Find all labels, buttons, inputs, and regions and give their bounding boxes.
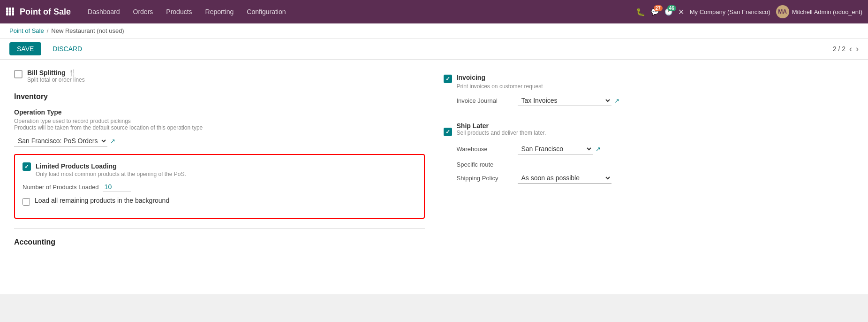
nav-reporting[interactable]: Reporting <box>200 5 240 18</box>
operation-type-block: Operation Type Operation type used to re… <box>14 108 425 146</box>
breadcrumb: Point of Sale / New Restaurant (not used… <box>0 23 868 38</box>
bug-icon[interactable]: 🐛 <box>636 8 645 16</box>
shipping-policy-select[interactable]: As soon as possible <box>518 173 611 184</box>
warehouse-label: Warehouse <box>457 144 513 153</box>
operation-type-label: Operation Type <box>14 108 425 116</box>
shipping-policy-row: Shipping Policy As soon as possible <box>457 173 854 184</box>
operation-type-select-row: San Francisco: PoS Orders ↗ <box>14 136 425 146</box>
limited-products-label: Limited Products Loading <box>36 162 186 170</box>
operation-type-desc2: Products will be taken from the default … <box>14 124 425 131</box>
invoice-journal-select-row: Tax Invoices ↗ <box>518 95 619 106</box>
limited-products-box: Limited Products Loading Only load most … <box>14 154 425 219</box>
svg-rect-7 <box>9 13 11 15</box>
invoice-journal-external-link[interactable]: ↗ <box>614 97 619 104</box>
num-products-input[interactable] <box>103 182 131 192</box>
prev-page-button[interactable]: ‹ <box>849 44 852 54</box>
action-bar: SAVE DISCARD 2 / 2 ‹ › <box>0 38 868 60</box>
ship-later-block: Ship Later Sell products and deliver the… <box>444 122 854 184</box>
grid-icon[interactable] <box>6 7 14 17</box>
activity-count: 46 <box>667 5 676 11</box>
bill-splitting-checkbox[interactable] <box>14 70 23 78</box>
right-column: Invoicing Print invoices on customer req… <box>444 69 854 246</box>
svg-rect-2 <box>12 8 14 10</box>
content-grid: Bill Splitting 🍴 Split total or order li… <box>14 69 854 246</box>
load-bg-row: Load all remaining products in the backg… <box>23 197 416 206</box>
load-bg-checkbox[interactable] <box>23 198 30 206</box>
nav-products[interactable]: Products <box>160 5 197 18</box>
specific-route-label: Specific route <box>457 161 513 168</box>
accounting-section-title: Accounting <box>14 228 425 246</box>
invoice-journal-select[interactable]: Tax Invoices <box>518 95 611 106</box>
svg-rect-6 <box>6 13 8 15</box>
navbar-right: 🐛 💬 27 🕐 46 ✕ My Company (San Francisco)… <box>636 5 862 18</box>
navbar-brand: Point of Sale <box>20 7 71 17</box>
messages-badge[interactable]: 💬 27 <box>651 8 659 15</box>
breadcrumb-parent[interactable]: Point of Sale <box>9 27 44 34</box>
bill-splitting-row: Bill Splitting 🍴 Split total or order li… <box>14 69 425 83</box>
nav-orders[interactable]: Orders <box>128 5 159 18</box>
ship-later-desc: Sell products and deliver them later. <box>457 130 546 136</box>
svg-rect-1 <box>9 8 11 10</box>
ship-later-title: Ship Later <box>457 122 546 130</box>
activity-badge[interactable]: 🕐 46 <box>664 8 672 15</box>
nav-dashboard[interactable]: Dashboard <box>82 5 126 18</box>
load-bg-label: Load all remaining products in the backg… <box>35 197 169 204</box>
breadcrumb-current: New Restaurant (not used) <box>51 27 124 34</box>
nav-configuration[interactable]: Configuration <box>241 5 291 18</box>
invoice-journal-row: Invoice Journal Tax Invoices ↗ <box>457 95 619 106</box>
operation-type-select[interactable]: San Francisco: PoS Orders <box>14 136 107 146</box>
user-avatar: MA <box>776 5 789 18</box>
specific-route-value: — <box>518 161 523 168</box>
limited-products-checkbox[interactable] <box>23 162 31 171</box>
bill-splitting-desc: Split total or order lines <box>27 77 85 83</box>
pagination-label: 2 / 2 <box>833 45 845 53</box>
num-products-row: Number of Products Loaded <box>23 182 416 192</box>
operation-type-desc1: Operation type used to record product pi… <box>14 118 425 124</box>
ship-later-header: Ship Later Sell products and deliver the… <box>444 122 854 142</box>
svg-rect-5 <box>12 10 14 13</box>
bill-splitting-label: Bill Splitting <box>27 69 66 77</box>
close-icon[interactable]: ✕ <box>678 8 684 16</box>
save-button[interactable]: SAVE <box>9 42 41 55</box>
svg-rect-0 <box>6 8 8 10</box>
invoicing-checkbox[interactable] <box>444 75 452 83</box>
company-name[interactable]: My Company (San Francisco) <box>690 8 770 15</box>
breadcrumb-sep: / <box>47 27 49 34</box>
ship-later-checkbox[interactable] <box>444 128 452 136</box>
main-content: Bill Splitting 🍴 Split total or order li… <box>0 60 868 294</box>
svg-rect-3 <box>6 10 8 13</box>
limited-products-desc: Only load most common products at the op… <box>36 171 186 177</box>
pagination: 2 / 2 ‹ › <box>833 44 859 54</box>
specific-route-row: Specific route — <box>457 161 854 168</box>
discard-button[interactable]: DISCARD <box>47 42 88 55</box>
invoicing-title: Invoicing <box>457 74 619 81</box>
inventory-section-title: Inventory <box>14 92 425 101</box>
invoicing-block: Invoicing Print invoices on customer req… <box>444 69 854 113</box>
shipping-policy-label: Shipping Policy <box>457 173 513 182</box>
navbar-menu: Dashboard Orders Products Reporting Conf… <box>82 5 636 18</box>
navbar: Point of Sale Dashboard Orders Products … <box>0 0 868 23</box>
warehouse-external-link[interactable]: ↗ <box>596 146 601 153</box>
num-products-label: Number of Products Loaded <box>23 184 99 191</box>
warehouse-row: Warehouse San Francisco ↗ <box>457 144 854 154</box>
fork-icon: 🍴 <box>68 69 76 77</box>
svg-rect-8 <box>12 13 14 15</box>
user-menu[interactable]: MA Mitchell Admin (odoo_ent) <box>776 5 862 18</box>
svg-rect-4 <box>9 10 11 13</box>
operation-type-external-link[interactable]: ↗ <box>110 138 115 145</box>
invoicing-desc: Print invoices on customer request <box>457 83 619 90</box>
warehouse-select[interactable]: San Francisco <box>518 144 593 154</box>
messages-count: 27 <box>654 5 663 11</box>
invoice-journal-label: Invoice Journal <box>457 95 513 104</box>
limited-products-row: Limited Products Loading Only load most … <box>23 162 416 177</box>
warehouse-select-row: San Francisco ↗ <box>518 144 601 154</box>
user-name: Mitchell Admin (odoo_ent) <box>792 8 862 15</box>
left-column: Bill Splitting 🍴 Split total or order li… <box>14 69 425 246</box>
next-page-button[interactable]: › <box>856 44 859 54</box>
